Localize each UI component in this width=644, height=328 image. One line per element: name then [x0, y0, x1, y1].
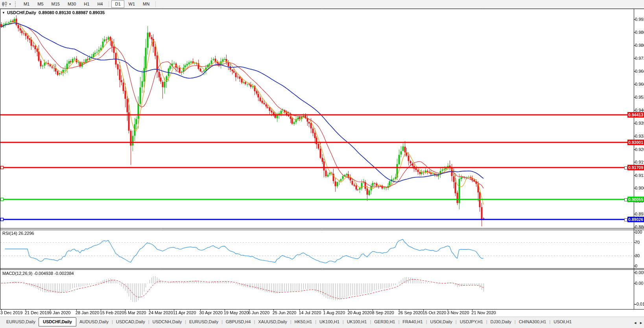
- tab-scroll-right-icon[interactable]: ►: [639, 321, 643, 325]
- hline-price-tag[interactable]: 0.91709: [627, 165, 644, 170]
- tab-china300-h1[interactable]: CHINA300,H1: [516, 317, 550, 326]
- price-tick-label: 0.94660: [635, 108, 644, 112]
- rsi-scale-label: 100: [635, 230, 642, 234]
- tab-dj30-daily[interactable]: DJ30,Daily: [487, 317, 515, 326]
- toolbar-separator: [109, 1, 109, 7]
- rsi-scale-label: 0: [635, 264, 637, 268]
- timeframe-buttons: M1M5M15M30H1H4D1W1MN: [20, 0, 158, 8]
- date-label: 15 Feb 2020: [100, 310, 124, 315]
- timeframe-button-d1[interactable]: D1: [111, 0, 124, 8]
- price-tick-label: 0.98000: [635, 43, 644, 48]
- timeframe-button-mn[interactable]: MN: [139, 0, 153, 8]
- timeframe-button-m5[interactable]: M5: [34, 0, 47, 8]
- tab-uk100-h1[interactable]: UK100,H1: [344, 317, 370, 326]
- price-tick-label: 0.92640: [635, 147, 644, 152]
- chart-type-button[interactable]: ▼: [0, 1, 13, 7]
- date-label: 19 May 2020: [224, 310, 249, 315]
- tab-scroll-left-icon[interactable]: ◄: [633, 321, 637, 325]
- hline-price-tag[interactable]: 0.94413: [627, 112, 644, 118]
- date-label: 21 Nov 2020: [471, 310, 496, 315]
- price-tick-label: 0.88640: [635, 225, 644, 229]
- hline-handle[interactable]: [624, 218, 627, 221]
- date-label: 5 Mar 2020: [124, 310, 146, 315]
- date-label: 1 Aug 2020: [323, 310, 345, 315]
- price-tick-label: 0.91300: [635, 173, 644, 178]
- date-label: 21 Dec 2019: [25, 310, 49, 315]
- rsi-scale-label: 70: [635, 240, 640, 245]
- chart-tab-bar: EURUSD,DailyUSDCHF,DailyAUDUSD,Daily|USD…: [0, 317, 644, 328]
- timeframe-button-h1[interactable]: H1: [80, 0, 93, 8]
- macd-scale-label: 0.005818: [635, 270, 644, 275]
- date-label: 11 Apr 2020: [173, 310, 196, 315]
- toolbar-separator: [155, 1, 156, 7]
- timeframe-button-m30[interactable]: M30: [64, 0, 79, 8]
- timeframe-button-w1[interactable]: W1: [125, 0, 139, 8]
- tab-eurusd-daily[interactable]: EURUSD,Daily: [3, 317, 39, 326]
- date-label: 20 Aug 2020: [347, 310, 372, 315]
- date-label: 30 Apr 2020: [199, 310, 223, 315]
- hline-price-tag[interactable]: 0.93001: [627, 140, 644, 145]
- hline-handle[interactable]: [624, 166, 627, 170]
- tab-usdchf-daily[interactable]: USDCHF,Daily: [39, 317, 76, 326]
- rsi-indicator-label: RSI(14) 26.2296: [2, 231, 34, 236]
- date-label: 25 Jun 2020: [273, 310, 297, 315]
- date-label: 14 Jul 2020: [299, 310, 321, 315]
- price-tick-label: 0.95320: [635, 95, 644, 100]
- tab-ger30-h1[interactable]: GER30,H1: [371, 317, 398, 326]
- tab-fra40-h1[interactable]: FRA40,H1: [399, 317, 426, 326]
- price-tick-label: 0.97340: [635, 56, 644, 61]
- tab-gbpusd-h4[interactable]: GBPUSD,H4: [223, 317, 254, 326]
- tab-usoil-daily[interactable]: USOil,Daily: [427, 317, 456, 326]
- hline-price-tag[interactable]: 0.89026: [627, 217, 644, 222]
- date-label: 9 Jan 2020: [49, 310, 70, 315]
- chart-title: ▼USDCHF,Daily 0.89080 0.89130 0.88987 0.…: [2, 10, 105, 15]
- hline-price-tag[interactable]: 0.90055: [627, 197, 644, 202]
- price-tick-label: 0.99340: [635, 17, 644, 22]
- date-label: 24 Mar 2020: [149, 310, 173, 315]
- chart-symbol-label: USDCHF,Daily: [7, 10, 36, 15]
- tab-hk50-h1[interactable]: HK50,H1: [292, 317, 316, 326]
- price-tick-label: 0.89300: [635, 212, 644, 216]
- tab-scroll-arrows: ◄ ►: [631, 317, 643, 328]
- date-label: 3 Dec 2019: [0, 310, 22, 315]
- top-toolbar: ▼ M1M5M15M30H1H4D1W1MN: [0, 0, 644, 9]
- tab-eurusd-daily[interactable]: EURUSD,Daily: [186, 317, 221, 326]
- date-label: 6 Jun 2020: [248, 310, 269, 315]
- tab-uk100-h1[interactable]: UK100,H1: [316, 317, 343, 326]
- timeframe-button-m1[interactable]: M1: [20, 0, 33, 8]
- tab-usdcad-daily[interactable]: USDCAD,Daily: [113, 317, 148, 326]
- tab-usoil-h1[interactable]: USOil,H1: [550, 317, 575, 326]
- toolbar-grip[interactable]: [15, 2, 17, 7]
- tab-usdcnh-daily[interactable]: USDCNH,Daily: [149, 317, 185, 326]
- macd-scale-label: 0.00: [635, 281, 643, 286]
- date-label: 8 Sep 2020: [372, 310, 394, 315]
- macd-indicator-label: MACD(12,26,9) -0.004938 -0.002384: [2, 271, 74, 276]
- price-tick-label: 0.90640: [635, 186, 644, 190]
- hline-handle[interactable]: [624, 198, 627, 201]
- date-label: 3 Nov 2020: [447, 310, 469, 315]
- tab-usdjpy-h1[interactable]: USDJPY,H1: [457, 317, 486, 326]
- date-label: 26 Sep 2020: [398, 310, 423, 315]
- tab-audusd-daily[interactable]: AUDUSD,Daily: [76, 317, 112, 326]
- chart-ohlc-values: 0.89080 0.89130 0.88987 0.89035: [39, 10, 105, 15]
- price-tick-label: 0.93980: [635, 121, 644, 125]
- price-tick-label: 0.91980: [635, 160, 644, 164]
- price-tick-label: 0.96660: [635, 69, 644, 74]
- timeframe-button-m15[interactable]: M15: [48, 0, 63, 8]
- chart-canvas[interactable]: [0, 0, 644, 328]
- macd-scale-label: -0.011514: [635, 302, 644, 306]
- collapse-caret-icon[interactable]: ▼: [2, 11, 5, 15]
- timeframe-button-h4[interactable]: H4: [94, 0, 106, 8]
- price-tick-label: 0.96000: [635, 82, 644, 87]
- chart-tabs: EURUSD,DailyUSDCHF,DailyAUDUSD,Daily|USD…: [0, 317, 575, 326]
- price-tick-label: 0.93320: [635, 134, 644, 138]
- date-label: 15 Oct 2020: [423, 310, 446, 315]
- candlestick-chart-icon: [2, 2, 7, 7]
- rsi-scale-label: 30: [635, 253, 640, 258]
- tab-xauusd-daily[interactable]: XAUUSD,Daily: [255, 317, 290, 326]
- chevron-down-icon: ▼: [9, 3, 11, 6]
- date-label: 28 Jan 2020: [76, 310, 100, 315]
- price-tick-label: 0.98680: [635, 30, 644, 35]
